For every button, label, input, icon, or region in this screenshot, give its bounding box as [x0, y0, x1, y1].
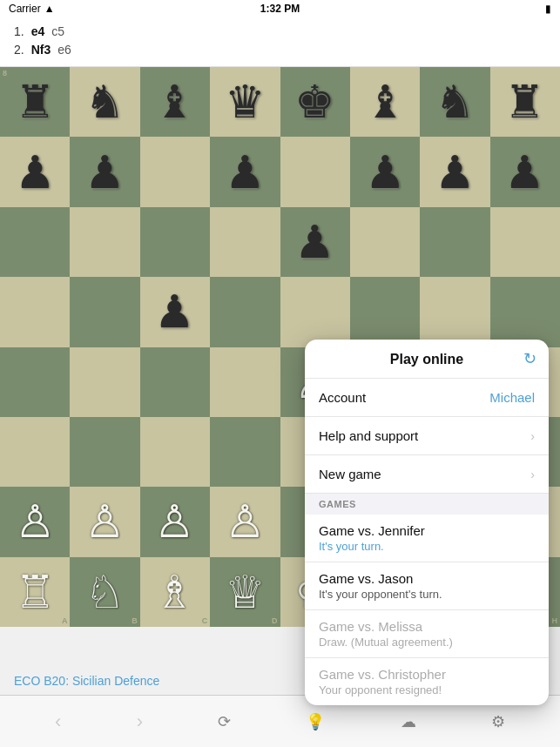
- cell-a3[interactable]: [0, 417, 70, 487]
- settings-button[interactable]: ⚙: [477, 705, 519, 738]
- cell-a6[interactable]: [0, 207, 70, 277]
- cell-c8[interactable]: ♝: [140, 67, 210, 137]
- cell-d8[interactable]: ♛: [210, 67, 280, 137]
- game-title-melissa: Game vs. Melissa: [319, 619, 535, 634]
- move1-number: 1.: [14, 23, 24, 41]
- cell-c6[interactable]: [140, 207, 210, 277]
- cell-f7[interactable]: ♟: [350, 137, 420, 206]
- cell-b7[interactable]: ♟: [70, 137, 139, 206]
- game-row-jennifer[interactable]: Game vs. Jennifer It's your turn.: [305, 515, 549, 562]
- cell-b5[interactable]: [70, 277, 139, 347]
- move2-black: e6: [57, 41, 71, 59]
- cell-c1[interactable]: ♗ C: [140, 557, 210, 627]
- game-status-jennifer: It's your turn.: [319, 540, 535, 553]
- cell-c7[interactable]: [140, 137, 210, 206]
- popup-title: Play online: [390, 352, 463, 367]
- cell-h6[interactable]: [490, 207, 560, 277]
- lightbulb-button[interactable]: 💡: [292, 705, 339, 738]
- cell-d5[interactable]: [210, 277, 280, 347]
- cell-e8[interactable]: ♚: [280, 67, 350, 137]
- cell-d7[interactable]: ♟: [210, 137, 280, 206]
- back-button[interactable]: ‹: [41, 703, 75, 740]
- cell-b1[interactable]: ♘ B: [70, 557, 139, 627]
- move1-black: c5: [51, 23, 64, 41]
- cell-b6[interactable]: [70, 207, 139, 277]
- cell-a7[interactable]: ♟: [0, 137, 70, 206]
- cell-d1[interactable]: ♕ D: [210, 557, 280, 627]
- cell-f8[interactable]: ♝: [350, 67, 420, 137]
- game-row-christopher[interactable]: Game vs. Christopher Your opponent resig…: [305, 658, 549, 705]
- piece-b7: ♟: [84, 150, 125, 195]
- cell-g7[interactable]: ♟: [420, 137, 489, 206]
- move1-white: e4: [31, 23, 45, 41]
- piece-a2: ♙: [15, 499, 56, 544]
- cell-a2[interactable]: ♙: [0, 487, 70, 556]
- piece-e8: ♚: [294, 79, 335, 124]
- cell-a5[interactable]: [0, 277, 70, 347]
- account-label: Account: [319, 390, 366, 405]
- cell-d2[interactable]: ♙: [210, 487, 280, 556]
- battery-icon: ▮: [545, 3, 551, 15]
- help-chevron-icon: ›: [530, 429, 535, 443]
- account-row[interactable]: Account Michael: [305, 379, 549, 417]
- games-section-header: GAMES: [305, 494, 549, 515]
- game-title-jason: Game vs. Jason: [319, 571, 535, 586]
- cell-d3[interactable]: [210, 417, 280, 487]
- game-title-jennifer: Game vs. Jennifer: [319, 523, 535, 538]
- rotate-button[interactable]: ⟳: [204, 705, 245, 738]
- cell-a8[interactable]: ♜ 8: [0, 67, 70, 137]
- cell-h5[interactable]: [490, 277, 560, 347]
- piece-b2: ♙: [84, 499, 125, 544]
- cell-e7[interactable]: [280, 137, 350, 206]
- cell-c3[interactable]: [140, 417, 210, 487]
- cell-a1[interactable]: ♖ A: [0, 557, 70, 627]
- cell-g8[interactable]: ♞: [420, 67, 489, 137]
- cell-f5[interactable]: [350, 277, 420, 347]
- game-row-jason[interactable]: Game vs. Jason It's your opponent's turn…: [305, 562, 549, 610]
- cell-d6[interactable]: [210, 207, 280, 277]
- game-row-melissa[interactable]: Game vs. Melissa Draw. (Mutual agreement…: [305, 610, 549, 658]
- help-row[interactable]: Help and support ›: [305, 417, 549, 455]
- piece-a1: ♖: [15, 569, 56, 615]
- game-status-melissa: Draw. (Mutual agreement.): [319, 636, 535, 649]
- cell-c5[interactable]: ♟: [140, 277, 210, 347]
- cell-a4[interactable]: [0, 347, 70, 417]
- cell-f6[interactable]: [350, 207, 420, 277]
- cell-c4[interactable]: [140, 347, 210, 417]
- cell-g5[interactable]: [420, 277, 489, 347]
- eco-label[interactable]: ECO B20: Sicilian Defence: [14, 674, 159, 688]
- cell-h7[interactable]: ♟: [490, 137, 560, 206]
- help-label: Help and support: [319, 428, 418, 443]
- piece-f8: ♝: [365, 79, 406, 124]
- game-status-jason: It's your opponent's turn.: [319, 588, 535, 601]
- cell-b4[interactable]: [70, 347, 139, 417]
- cell-h8[interactable]: ♜: [490, 67, 560, 137]
- cell-e6[interactable]: ♟: [280, 207, 350, 277]
- cell-e5[interactable]: [280, 277, 350, 347]
- popup-refresh-button[interactable]: ↻: [523, 349, 536, 368]
- cell-b3[interactable]: [70, 417, 139, 487]
- cell-c2[interactable]: ♙: [140, 487, 210, 556]
- cell-b8[interactable]: ♞: [70, 67, 139, 137]
- account-value: Michael: [489, 390, 535, 405]
- piece-c2: ♙: [154, 499, 195, 544]
- piece-d1: ♕: [225, 569, 266, 615]
- piece-a8: ♜: [15, 79, 56, 124]
- piece-g7: ♟: [435, 150, 476, 195]
- piece-d8: ♛: [225, 79, 266, 124]
- cell-b2[interactable]: ♙: [70, 487, 139, 556]
- carrier-label: Carrier: [9, 3, 41, 15]
- cloud-button[interactable]: ☁: [387, 705, 430, 738]
- piece-c5: ♟: [154, 289, 195, 334]
- status-bar: Carrier ▲ 1:32 PM ▮: [0, 0, 560, 17]
- piece-g8: ♞: [435, 79, 476, 124]
- move2-white: Nf3: [31, 41, 51, 59]
- forward-button[interactable]: ›: [123, 703, 157, 740]
- new-game-row[interactable]: New game ›: [305, 455, 549, 494]
- piece-h8: ♜: [504, 79, 545, 124]
- piece-f7: ♟: [365, 150, 406, 195]
- move-notation: 1. e4 c5 2. Nf3 e6: [0, 17, 560, 67]
- cell-g6[interactable]: [420, 207, 489, 277]
- cell-d4[interactable]: [210, 347, 280, 417]
- piece-c8: ♝: [154, 79, 195, 124]
